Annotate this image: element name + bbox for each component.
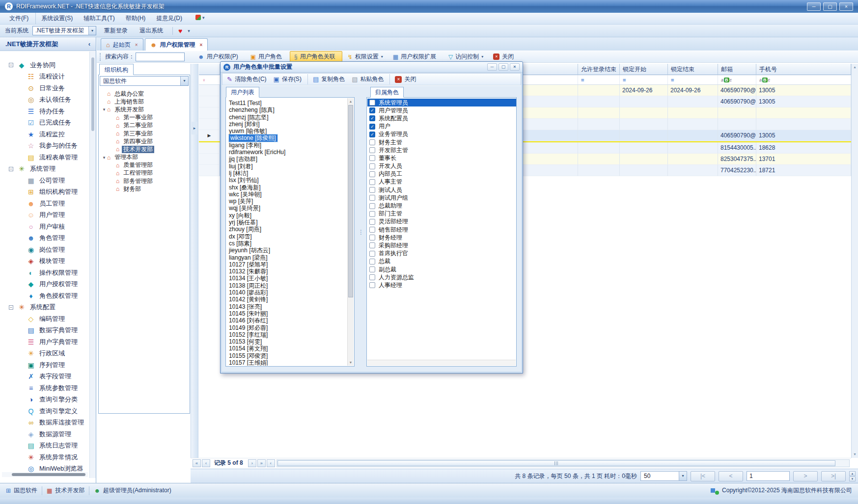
user-list-item[interactable]: chenzj [陈志坚] (229, 114, 347, 121)
chevron-down-icon[interactable]: ▾ (180, 77, 188, 85)
role-checklist-item[interactable]: 财务主管 (367, 138, 516, 146)
role-checklist-item[interactable]: 用户 (367, 123, 516, 131)
logout-button[interactable]: 退出系统 (136, 25, 167, 36)
relogin-button[interactable]: 重新登录 (100, 25, 132, 36)
cell-lock-end[interactable] (668, 107, 718, 119)
sidebar-horizontal-scrollbar[interactable] (2, 472, 88, 477)
tab-user-list[interactable]: 用户列表 (226, 87, 259, 98)
ribbon-button[interactable]: ▽ 访问控制 ▾ (444, 51, 488, 62)
filter-funnel-icon[interactable]: ♀ (202, 77, 206, 83)
expand-arrow-icon[interactable]: ▾ (101, 155, 107, 160)
cell-phone[interactable]: 13005 (756, 130, 851, 141)
cell-email[interactable] (718, 107, 756, 119)
sidebar-item[interactable]: ☻ 角色管理 (1, 233, 89, 244)
cell-lock-end[interactable] (668, 165, 718, 176)
cell-lock-start[interactable]: 2024-09-26 (620, 85, 668, 96)
sidebar-item[interactable]: ▦ 公司管理 (1, 175, 89, 186)
cell-login-end[interactable] (578, 119, 620, 130)
sidebar-item[interactable]: ◈ 数据源管理 (1, 428, 89, 440)
sidebar-item[interactable]: ◑ 查询引擎分类 (1, 394, 89, 406)
sidebar-item[interactable]: ♦ 角色授权管理 (1, 290, 89, 302)
sidebar-item[interactable]: ✗ 表字段管理 (1, 371, 89, 383)
cell-lock-start[interactable] (620, 96, 668, 107)
menu-feedback-widget[interactable]: ▾ (193, 15, 205, 20)
cell-phone[interactable]: 13701 (756, 154, 851, 165)
cell-phone[interactable] (756, 119, 851, 130)
checkbox[interactable] (369, 132, 375, 137)
role-checklist-item[interactable]: 首席执行官 (367, 250, 516, 258)
cell-phone[interactable] (756, 107, 851, 119)
user-list-item[interactable]: rdiframework [EricHu] (229, 149, 347, 156)
cell-lock-start[interactable] (620, 119, 668, 130)
cell-email[interactable]: 8154430005... (718, 142, 756, 154)
filter-cell[interactable]: = (578, 75, 620, 84)
checkbox[interactable] (369, 266, 375, 272)
role-checklist-item[interactable]: 开发部主管 (367, 146, 516, 154)
user-list-item[interactable]: wikstone [陈俊熙] (229, 134, 277, 141)
maximize-button[interactable]: ▢ (823, 2, 837, 11)
user-list-item[interactable]: dx [邓雪] (229, 233, 347, 240)
record-prev-button[interactable]: ‹ (202, 459, 210, 467)
user-list-item[interactable]: jieyunh [胡杰云] (229, 247, 347, 254)
ribbon-button[interactable]: ☻ 用户权限(P) (194, 51, 245, 62)
user-list-item[interactable]: 10142 [黄剑锋] (229, 296, 347, 303)
checkbox[interactable] (369, 203, 375, 209)
checkbox[interactable] (369, 274, 375, 280)
user-list-item[interactable]: 10152 [李红瑞] (229, 331, 347, 338)
org-tree-node[interactable]: ⌂ 工程管理部 (99, 169, 190, 177)
checkbox[interactable] (369, 195, 375, 201)
role-checklist-item[interactable]: 开发人员 (367, 162, 516, 170)
org-tree-node[interactable]: ⌂ 第二事业部 (99, 122, 190, 130)
cell-lock-start[interactable] (620, 142, 668, 154)
sidebar-item[interactable]: ⊙ 日常业务 (1, 82, 89, 94)
user-list-item[interactable]: 10134 [王小敏] (229, 275, 347, 282)
role-checklist-item[interactable]: 系统配置员 (367, 114, 516, 122)
search-input[interactable] (136, 53, 185, 61)
sidebar-item[interactable]: ☰ 用户字典管理 (1, 336, 89, 348)
scroll-down-icon[interactable]: ▼ (348, 359, 354, 366)
splitter-collapse-button[interactable]: ▸ (192, 122, 197, 134)
cell-email[interactable]: 406590790@... (718, 85, 756, 96)
filter-cell[interactable]: = (620, 75, 668, 84)
sidebar-item[interactable]: ◆ 用户授权管理 (1, 279, 89, 291)
checkbox[interactable] (369, 219, 375, 225)
filter-cell[interactable]: aBc (718, 75, 756, 84)
chevron-down-icon[interactable]: ▾ (679, 472, 687, 480)
cell-email[interactable] (718, 119, 756, 130)
sidebar-item[interactable]: ☰ 待办任务 (1, 106, 89, 117)
role-checklist-item[interactable]: 用户管理员 (367, 106, 516, 114)
cell-lock-end[interactable] (668, 142, 718, 154)
favorite-heart-icon[interactable]: ♥ (178, 27, 182, 35)
org-tree-node[interactable]: ⌂ 第四事业部 (99, 137, 190, 145)
sidebar-item[interactable]: Q 查询引擎定义 (1, 405, 89, 417)
menu-item[interactable]: 文件(F) (4, 13, 34, 24)
dialog-toolbar-button[interactable]: ▣ 保存(S) (271, 74, 304, 84)
checkbox[interactable] (369, 211, 375, 217)
user-list-item[interactable]: 10155 [邓俊贤] (229, 352, 347, 359)
cell-lock-end[interactable] (668, 154, 718, 165)
user-list-item[interactable]: 10149 [郑必蓉] (229, 324, 347, 331)
page-number-input[interactable] (747, 471, 790, 481)
sidebar-item[interactable]: ○ 用户审核 (1, 221, 89, 233)
next-page-button[interactable]: > (793, 471, 818, 481)
expand-arrow-icon[interactable]: ▾ (101, 107, 107, 112)
user-list-item[interactable]: jjq [吉劲群] (229, 156, 347, 162)
user-list-item[interactable]: wqj [吴绮景] (229, 205, 347, 212)
user-list-item[interactable]: ligang [李刚] (229, 142, 347, 149)
ribbon-button[interactable]: ▦ 用户权限扩展 (388, 51, 443, 62)
user-list-item[interactable]: 10157 [王维娟] (229, 359, 347, 366)
equals-filter-icon[interactable]: = (671, 77, 674, 83)
cell-login-end[interactable] (578, 85, 620, 96)
cell-login-end[interactable] (578, 96, 620, 107)
checkbox[interactable] (369, 251, 375, 257)
sidebar-item[interactable]: ⊞ 组织机构管理 (1, 186, 89, 198)
sidebar-item[interactable]: ☻ 员工管理 (1, 198, 89, 210)
user-list-item[interactable]: 10145 [朱叶丽] (229, 310, 347, 317)
chevron-down-icon[interactable]: ▾ (88, 27, 96, 35)
menu-item[interactable]: 辅助工具(T) (78, 13, 120, 24)
sidebar-item[interactable]: ▤ 系统日志管理 (1, 440, 89, 452)
column-header-email[interactable]: 邮箱 (718, 64, 756, 75)
scroll-up-icon[interactable]: ▲ (348, 98, 354, 105)
user-list-item[interactable]: 10143 [张亮] (229, 303, 347, 310)
cell-email[interactable]: 8253047375... (718, 154, 756, 165)
